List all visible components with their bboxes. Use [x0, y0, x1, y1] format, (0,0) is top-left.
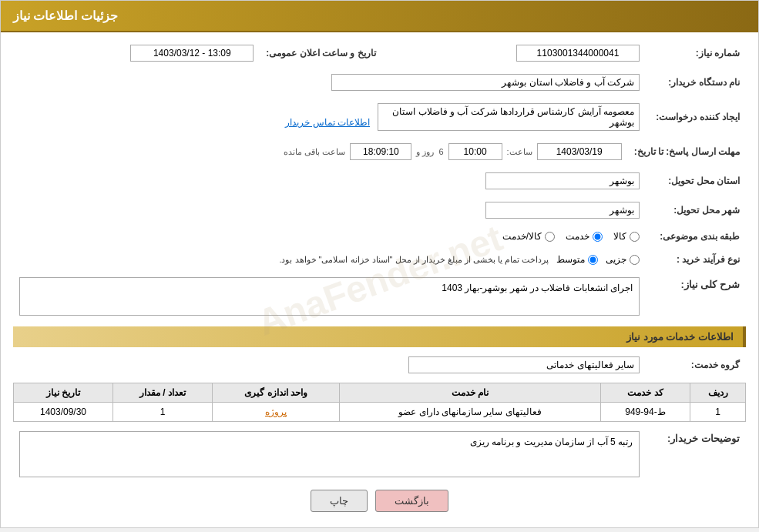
- col-code: کد خدمت: [600, 383, 690, 403]
- service-group-value: سایر فعالیتهای خدماتی: [408, 356, 640, 373]
- services-table: ردیف کد خدمت نام خدمت واحد اندازه گیری ت…: [13, 383, 746, 422]
- cell-date-1: 1403/09/30: [14, 403, 113, 422]
- announcement-date-label: تاریخ و ساعت اعلان عمومی:: [260, 42, 398, 65]
- radio-khedmat-label: خدمت: [566, 231, 589, 242]
- page-wrapper: جزئیات اطلاعات نیاز AnaFender.net شماره …: [0, 0, 759, 528]
- radio-khedmat: خدمت: [566, 231, 603, 242]
- need-number-value: 1103001344000041: [516, 45, 640, 62]
- cell-unit-1[interactable]: پروژه: [212, 403, 339, 422]
- response-remaining-value: 18:09:10: [350, 143, 411, 160]
- info-table-deadline: مهلت ارسال پاسخ: تا تاریخ: 1403/03/19 سا…: [13, 140, 746, 163]
- radio-khedmat-input[interactable]: [593, 232, 603, 242]
- cell-quantity-1: 1: [113, 403, 213, 422]
- page-header: جزئیات اطلاعات نیاز: [1, 1, 758, 32]
- process-label: نوع فرآیند خرید :: [646, 251, 746, 268]
- category-radio-group: کالا خدمت کالا/خدمت: [19, 231, 640, 242]
- content-area: AnaFender.net شماره نیاز: 11030013440000…: [1, 32, 758, 527]
- buyer-notes-label: توضیحات خریدار:: [646, 428, 746, 480]
- radio-motevaset-input[interactable]: [588, 255, 598, 265]
- response-date-value: 1403/03/19: [537, 143, 622, 160]
- response-deadline-label: مهلت ارسال پاسخ: تا تاریخ:: [628, 140, 746, 163]
- services-section-title: اطلاعات خدمات مورد نیاز: [13, 326, 746, 347]
- back-button[interactable]: بازگشت: [375, 490, 448, 512]
- col-date: تاریخ نیاز: [14, 383, 113, 403]
- info-table-creator: ایجاد کننده درخواست: معصومه آرایش کارشنا…: [13, 100, 746, 134]
- response-day-label: روز و: [416, 147, 434, 157]
- radio-kala-label: کالا: [613, 231, 626, 242]
- need-description-label: شرح کلی نیاز:: [646, 274, 746, 319]
- info-table-category: طبقه بندی موضوعی: کالا خدمت: [13, 228, 746, 245]
- info-table-province: استان محل تحویل: بوشهر: [13, 169, 746, 192]
- info-table-top: شماره نیاز: 1103001344000041 تاریخ و ساع…: [13, 42, 746, 65]
- page-title: جزئیات اطلاعات نیاز: [13, 9, 118, 22]
- info-table-service-group: گروه خدمت: سایر فعالیتهای خدماتی: [13, 353, 746, 376]
- process-row: جزیی متوسط پرداخت تمام یا بخشی از مبلغ خ…: [19, 254, 640, 265]
- response-time-value: 10:00: [448, 143, 502, 160]
- cell-code-1: ط-94-949: [600, 403, 690, 422]
- service-group-label: گروه خدمت:: [646, 353, 746, 376]
- response-days-value: 6: [438, 147, 443, 156]
- info-table-city: شهر محل تحویل: بوشهر: [13, 199, 746, 222]
- cell-row-1: 1: [690, 403, 746, 422]
- col-unit: واحد اندازه گیری: [212, 383, 339, 403]
- city-label: شهر محل تحویل:: [646, 199, 746, 222]
- process-note: پرداخت تمام یا بخشی از مبلغ خریدار از مح…: [279, 255, 549, 265]
- creator-contact-link[interactable]: اطلاعات تماس خریدار: [285, 117, 370, 128]
- radio-kala-input[interactable]: [630, 232, 640, 242]
- buyer-org-label: نام دستگاه خریدار:: [646, 71, 746, 94]
- radio-kala-khedmat-label: کالا/خدمت: [502, 231, 542, 242]
- buttons-row: بازگشت چاپ: [13, 490, 746, 512]
- col-name: نام خدمت: [340, 383, 601, 403]
- creator-label: ایجاد کننده درخواست:: [646, 100, 746, 134]
- province-value: بوشهر: [485, 172, 640, 189]
- category-label: طبقه بندی موضوعی:: [646, 228, 746, 245]
- print-button[interactable]: چاپ: [311, 490, 368, 512]
- info-table-org: نام دستگاه خریدار: شرکت آب و فاضلاب استا…: [13, 71, 746, 94]
- radio-jozi-label: جزیی: [606, 254, 626, 265]
- radio-kala-khedmat: کالا/خدمت: [502, 231, 555, 242]
- cell-name-1: فعالیتهای سایر سازمانهای دارای عضو: [340, 403, 601, 422]
- deadline-row: 1403/03/19 ساعت: 10:00 6 روز و 18:09:10 …: [19, 143, 622, 160]
- radio-jozi-input[interactable]: [630, 255, 640, 265]
- info-table-buyer-notes: توضیحات خریدار: رتبه 5 آب از سازمان مدیر…: [13, 428, 746, 480]
- col-row: ردیف: [690, 383, 746, 403]
- response-remaining-label: ساعت باقی مانده: [284, 147, 345, 157]
- response-time-label: ساعت:: [507, 147, 532, 157]
- radio-kala-khedmat-input[interactable]: [545, 232, 555, 242]
- table-row: 1 ط-94-949 فعالیتهای سایر سازمانهای دارا…: [14, 403, 746, 422]
- city-value: بوشهر: [485, 202, 640, 219]
- need-number-label: شماره نیاز:: [646, 42, 746, 65]
- radio-motevaset-label: متوسط: [556, 254, 585, 265]
- creator-value: معصومه آرایش کارشناس قراردادها شرکت آب و…: [378, 103, 640, 131]
- buyer-org-value: شرکت آب و فاضلاب استان بوشهر: [331, 74, 640, 91]
- radio-motevaset: متوسط: [556, 254, 598, 265]
- radio-jozi: جزیی: [606, 254, 640, 265]
- province-label: استان محل تحویل:: [646, 169, 746, 192]
- info-table-description: شرح کلی نیاز: اجرای انشعابات فاضلاب در ش…: [13, 274, 746, 319]
- need-description-value: اجرای انشعابات فاضلاب در شهر بوشهر-بهار …: [19, 277, 640, 316]
- info-table-process: نوع فرآیند خرید : جزیی متوسط پرداخت تمام…: [13, 251, 746, 268]
- buyer-notes-value: رتبه 5 آب از سازمان مدیریت و برنامه ریزی: [19, 431, 640, 477]
- radio-kala: کالا: [613, 231, 640, 242]
- announcement-date-value: 1403/03/12 - 13:09: [130, 45, 254, 62]
- col-quantity: تعداد / مقدار: [113, 383, 213, 403]
